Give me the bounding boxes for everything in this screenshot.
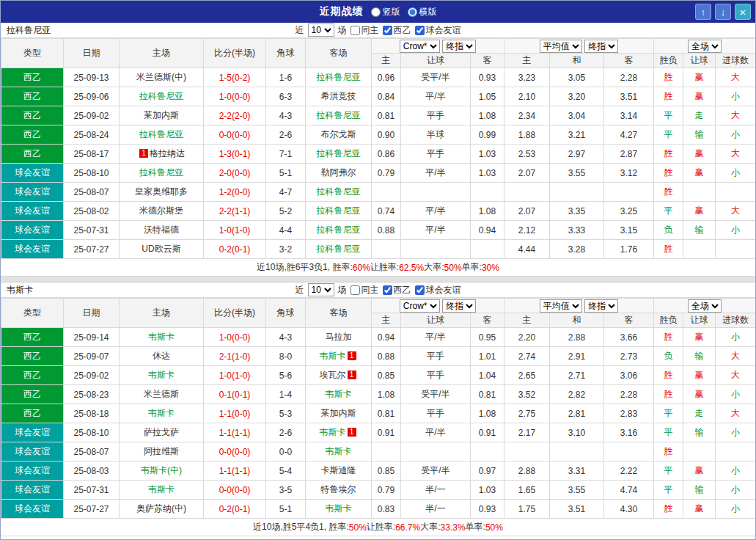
euro-draw-odds: 3.28 <box>550 240 604 259</box>
corner-score: 5-1 <box>266 500 306 519</box>
result-handicap <box>683 442 716 461</box>
full-match-select[interactable]: 全场 <box>688 299 722 313</box>
col-result-wdl: 胜负 <box>654 54 683 68</box>
team-name: 拉科鲁尼亚 <box>317 148 361 158</box>
col-euro-away: 客 <box>604 313 654 328</box>
euro-draw-odds: 2.71 <box>550 366 604 385</box>
friendly-option[interactable]: 球会友谊 <box>415 284 461 296</box>
result-goals <box>716 442 756 461</box>
euro-odds-source-select[interactable]: 平均值 <box>540 299 582 313</box>
home-team-cell: 皇家奥维耶多 <box>120 183 204 202</box>
home-team-cell: 韦斯卡 <box>120 404 204 423</box>
match-count-select[interactable]: 10 <box>308 283 334 296</box>
euro-odds-time-select[interactable]: 终指 <box>584 299 618 313</box>
asia-odds-source-select[interactable]: Crow* <box>400 40 440 53</box>
asia-handicap <box>401 183 471 202</box>
same-home-option[interactable]: 同主 <box>351 24 379 37</box>
team-name: 阿拉维斯 <box>144 446 179 456</box>
home-team-cell: 米德尔斯堡 <box>120 202 204 221</box>
full-match-select[interactable]: 全场 <box>688 40 722 53</box>
match-score: 1-3(0-1) <box>204 145 266 164</box>
close-button[interactable]: × <box>735 4 751 20</box>
friendly-checkbox[interactable] <box>415 285 425 295</box>
asia-home-odds: 1.08 <box>372 385 401 404</box>
match-count-select[interactable]: 10 <box>308 23 334 37</box>
same-home-option[interactable]: 同主 <box>351 284 379 296</box>
asia-odds-time-select[interactable]: 终指 <box>442 40 476 53</box>
vertical-layout-label: 竖版 <box>383 6 400 18</box>
friendly-checkbox[interactable] <box>415 26 425 35</box>
match-score: 0-0(0-0) <box>204 481 266 500</box>
titlebar-buttons: ↑ ↓ × <box>695 4 751 20</box>
asia-home-odds: 0.81 <box>372 404 401 423</box>
asia-home-odds <box>372 183 401 202</box>
home-team-cell: 沃特福德 <box>120 221 204 240</box>
match-date: 25-08-18 <box>64 404 120 423</box>
away-team-cell: 韦斯卡 <box>306 500 372 519</box>
same-home-checkbox[interactable] <box>351 26 360 35</box>
asia-handicap: 平手 <box>401 366 471 385</box>
col-result-handicap: 让球 <box>683 54 716 68</box>
euro-away-odds: 4.74 <box>604 481 654 500</box>
euro-away-odds: 2.22 <box>604 461 654 481</box>
asia-away-odds: 0.81 <box>471 385 504 404</box>
team-name: 韦斯卡 <box>326 446 352 456</box>
match-row: 球会友谊25-08-02米德尔斯堡2-2(1-1)5-2拉科鲁尼亚0.74平/半… <box>1 202 756 221</box>
team-name: 布尔戈斯 <box>321 129 356 139</box>
euro-away-odds: 3.16 <box>604 423 654 442</box>
summary-label: 单率: <box>462 261 482 274</box>
league-option[interactable]: 西乙 <box>383 24 411 37</box>
home-team-cell: 拉科鲁尼亚 <box>120 87 204 106</box>
col-asia-handicap: 让球 <box>401 313 471 328</box>
asia-handicap: 受平/半 <box>401 68 471 87</box>
horizontal-layout-label: 横版 <box>419 6 437 18</box>
result-handicap: 赢 <box>683 500 716 519</box>
result-wdl: 胜 <box>654 240 683 259</box>
match-date: 25-08-10 <box>64 423 120 442</box>
euro-away-odds: 3.25 <box>604 202 654 221</box>
home-team-cell: 奥萨苏纳(中) <box>120 500 204 519</box>
euro-draw-odds: 2.97 <box>550 145 604 164</box>
team-name: 特鲁埃尔 <box>321 484 356 495</box>
match-type-cell: 球会友谊 <box>1 423 64 442</box>
match-row: 球会友谊25-08-10拉科鲁尼亚2-0(0-0)5-1勒阿弗尔0.79平/半1… <box>1 164 756 183</box>
team-block-huesca: 韦斯卡 近 10 场 同主 西乙 球会友谊 <box>1 282 755 536</box>
vertical-layout-radio[interactable] <box>371 7 381 17</box>
horizontal-layout-radio[interactable] <box>408 7 417 17</box>
euro-odds-time-select[interactable]: 终指 <box>584 40 618 53</box>
red-card-badge: 1 <box>348 371 356 379</box>
euro-away-odds: 3.51 <box>604 87 654 106</box>
league-checkbox[interactable] <box>383 285 392 295</box>
match-row: 球会友谊25-07-27UD欧云斯0-2(0-1)3-2拉科鲁尼亚4.443.2… <box>1 240 756 259</box>
scroll-down-button[interactable]: ↓ <box>715 4 731 20</box>
result-handicap: 赢 <box>683 68 716 87</box>
layout-horizontal-option[interactable]: 横版 <box>408 6 437 18</box>
euro-home-odds: 2.75 <box>504 404 550 423</box>
asia-odds-time-select[interactable]: 终指 <box>442 299 476 313</box>
asia-home-odds: 0.86 <box>372 145 401 164</box>
friendly-option[interactable]: 球会友谊 <box>415 24 461 37</box>
red-card-badge: 1 <box>348 428 356 437</box>
same-home-checkbox[interactable] <box>351 285 360 295</box>
league-checkbox[interactable] <box>383 26 392 35</box>
corner-score: 3-2 <box>266 240 306 259</box>
asia-home-odds: 0.91 <box>372 423 401 442</box>
euro-odds-source-select[interactable]: 平均值 <box>540 40 582 53</box>
match-row: 西乙25-09-02韦斯卡1-0(1-0)5-6埃瓦尔10.85平手1.042.… <box>1 366 756 385</box>
asia-handicap: 受平/半 <box>401 461 471 481</box>
scroll-up-button[interactable]: ↑ <box>695 4 711 20</box>
result-goals: 小 <box>716 461 756 481</box>
match-score: 2-2(2-0) <box>204 106 266 125</box>
match-row: 球会友谊25-08-10萨拉戈萨1-1(1-1)2-6韦斯卡10.91平/半0.… <box>1 423 756 442</box>
league-option[interactable]: 西乙 <box>383 284 411 296</box>
team-name: 韦斯卡(中) <box>141 465 182 475</box>
result-wdl: 胜 <box>654 366 683 385</box>
result-goals <box>716 183 756 202</box>
column-header-row: 类型 日期 主场 比分(半场) 角球 客场 Crow* 终指 平均值 终指 <box>1 39 756 54</box>
friendly-label: 球会友谊 <box>426 284 461 296</box>
asia-odds-source-select[interactable]: Crow* <box>400 299 440 313</box>
euro-home-odds: 2.74 <box>504 347 550 366</box>
asia-away-odds: 1.03 <box>471 145 504 164</box>
asia-home-odds: 0.96 <box>372 68 401 87</box>
layout-vertical-option[interactable]: 竖版 <box>371 6 400 18</box>
